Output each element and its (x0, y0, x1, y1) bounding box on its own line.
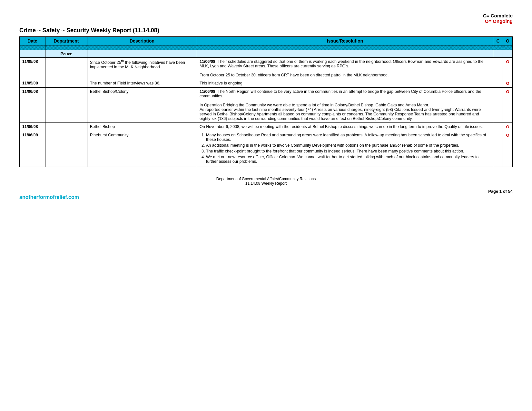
footer-line1: Department of Governmental Affairs/Commu… (19, 177, 513, 181)
page-number: Page 1 of 54 (19, 189, 513, 194)
header-issue: Issue/Resolution (197, 37, 493, 45)
header-department: Department (45, 37, 87, 45)
header-date: Date (20, 37, 45, 45)
row1-date: 11/05/08 (20, 58, 45, 79)
row5-issue: Many houses on Schoolhouse Road and surr… (197, 131, 493, 167)
complete-legend: C= Complete (483, 13, 513, 18)
row4-o: O (503, 123, 513, 131)
row3-c (493, 88, 503, 123)
section-police-row: Police (20, 50, 513, 58)
header-description: Description (87, 37, 197, 45)
table-row: 11/05/08 Since October 25th the followin… (20, 58, 513, 79)
row2-desc: The number of Field Interviews was 36. (87, 79, 197, 88)
legend: C= Complete O= Ongoing (19, 13, 513, 24)
footer-line2: 11.14.08 Weekly Report (19, 181, 513, 186)
report-title: Crime ~ Safety ~ Security Weekly Report … (19, 27, 513, 34)
row3-issue: 11/06/08: The North Region will continue… (197, 88, 493, 123)
row2-date: 11/05/08 (20, 79, 45, 88)
table-row: 11/06/08 Bethel Bishop On November 6, 20… (20, 123, 513, 131)
row2-dept (45, 79, 87, 88)
police-date-cell (20, 50, 45, 58)
row1-desc: Since October 25th the following initiat… (87, 58, 197, 79)
police-label-cell: Police (45, 50, 87, 58)
table-row: 11/06/08 Bethel Bishop/Colony 11/06/08: … (20, 88, 513, 123)
row1-o: O (503, 58, 513, 79)
row3-o: O (503, 88, 513, 123)
table-row: 11/06/08 Pinehurst Community Many houses… (20, 131, 513, 167)
header-o: O (503, 37, 513, 45)
row2-issue: This initiative is ongoing. (197, 79, 493, 88)
crosshatch-row (20, 45, 513, 50)
footer: Department of Governmental Affairs/Commu… (19, 177, 513, 186)
ongoing-legend: O= Ongoing (485, 18, 513, 24)
police-o-cell (503, 50, 513, 58)
table-header-row: Date Department Description Issue/Resolu… (20, 37, 513, 45)
row5-desc: Pinehurst Community (87, 131, 197, 167)
row3-date: 11/06/08 (20, 88, 45, 123)
row4-issue: On November 6, 2008, we will be meeting … (197, 123, 493, 131)
header-c: C (493, 37, 503, 45)
report-table: Date Department Description Issue/Resolu… (19, 36, 513, 167)
row4-dept (45, 123, 87, 131)
police-c-cell (493, 50, 503, 58)
row4-date: 11/06/08 (20, 123, 45, 131)
row2-c (493, 79, 503, 88)
row1-c (493, 58, 503, 79)
watermark-link[interactable]: anotherformofrelief.com (19, 194, 79, 200)
police-issue-cell (197, 50, 493, 58)
row1-issue: 11/06/08: Their schedules are staggered … (197, 58, 493, 79)
row3-desc: Bethel Bishop/Colony (87, 88, 197, 123)
row5-c (493, 131, 503, 167)
police-desc-cell (87, 50, 197, 58)
row4-desc: Bethel Bishop (87, 123, 197, 131)
row1-dept (45, 58, 87, 79)
table-row: 11/05/08 The number of Field Interviews … (20, 79, 513, 88)
row5-date: 11/06/08 (20, 131, 45, 167)
row3-dept (45, 88, 87, 123)
row5-o: O (503, 131, 513, 167)
row4-c (493, 123, 503, 131)
row5-dept (45, 131, 87, 167)
row2-o: O (503, 79, 513, 88)
